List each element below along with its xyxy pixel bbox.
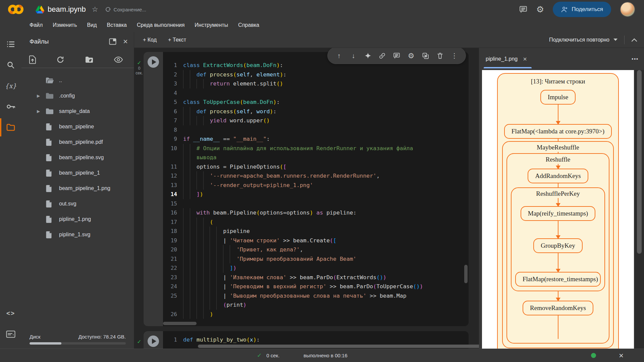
more-vert-icon[interactable]: ⋮: [447, 52, 462, 60]
code-line[interactable]: 22]): [163, 263, 469, 273]
line-number: 17: [163, 218, 183, 227]
menu-item[interactable]: Изменить: [53, 22, 77, 28]
code-line[interactable]: 19| 'Читаем строки' >> beam.Create([: [163, 236, 469, 245]
star-icon[interactable]: ☆: [92, 5, 98, 13]
gemini-sparkle-icon[interactable]: [361, 52, 375, 59]
close-tab-icon[interactable]: ×: [523, 56, 527, 62]
code-line[interactable]: 4: [163, 88, 469, 98]
chevron-right-icon[interactable]: ▶: [37, 109, 46, 114]
code-line[interactable]: 26): [163, 310, 469, 319]
left-icon-rail: {x} <>: [0, 32, 21, 349]
comment-cell-icon[interactable]: [389, 52, 404, 59]
code-line[interactable]: 12'--runner=apache_beam.runners.render.R…: [163, 171, 469, 181]
code-line[interactable]: 13'--render_output=pipline_1.png': [163, 181, 469, 190]
link-cell-icon[interactable]: [375, 52, 389, 59]
add-text-cell-button[interactable]: + Текст: [168, 37, 186, 43]
comments-icon[interactable]: [519, 5, 528, 14]
node-group-by-key: GroupByKey: [533, 238, 582, 253]
code-line[interactable]: 11options = PipelineOptions([: [163, 162, 469, 172]
cell-settings-gear-icon[interactable]: ⚙: [404, 52, 418, 60]
menu-item[interactable]: Вид: [87, 22, 97, 28]
folder-item[interactable]: ▶sample_data: [21, 104, 134, 119]
open-in-tab-icon[interactable]: [109, 38, 116, 45]
code-line[interactable]: 5class ToUpperCase(beam.DoFn):: [163, 98, 469, 107]
variables-icon[interactable]: {x}: [0, 79, 21, 93]
file-item[interactable]: beam_pipeline_1: [21, 165, 134, 181]
share-button[interactable]: Поделиться: [553, 2, 611, 17]
chevron-right-icon[interactable]: ▶: [37, 94, 46, 98]
panel-scrollbar-track[interactable]: [635, 70, 644, 349]
code-line[interactable]: (print): [163, 300, 469, 310]
code-line[interactable]: 20'Привет, как дела?',: [163, 245, 469, 254]
terminal-icon[interactable]: [0, 327, 21, 341]
cell1-editor[interactable]: 1class ExtractWords(beam.DoFn):2def proc…: [163, 52, 469, 326]
search-icon[interactable]: [0, 58, 21, 72]
code-line[interactable]: вывода: [163, 153, 469, 162]
menu-item[interactable]: Инструменты: [195, 22, 228, 28]
code-line[interactable]: 2def process(self, element):: [163, 70, 469, 79]
line-number: 10: [163, 144, 183, 153]
move-cell-up-icon[interactable]: ↑: [332, 52, 346, 60]
hidden-files-eye-icon[interactable]: [114, 56, 123, 63]
folder-item[interactable]: ..: [21, 73, 134, 88]
add-code-cell-button[interactable]: + Код: [143, 37, 157, 43]
file-item[interactable]: out.svg: [21, 196, 134, 212]
run-cell-button[interactable]: [148, 56, 159, 68]
files-toolbar: [21, 51, 134, 68]
code-line[interactable]: 17(: [163, 218, 469, 227]
settings-gear-icon[interactable]: ⚙: [536, 4, 544, 14]
reconnect-button[interactable]: Подключиться повторно: [549, 37, 618, 43]
code-line[interactable]: 18pipeline: [163, 227, 469, 236]
file-item[interactable]: beam_pipeline: [21, 119, 134, 134]
menu-item[interactable]: Файл: [30, 22, 43, 28]
close-files-panel-icon[interactable]: ×: [123, 38, 128, 46]
mirror-cell-icon[interactable]: [418, 52, 433, 59]
collapse-header-icon[interactable]: [631, 38, 637, 42]
colab-logo[interactable]: [8, 4, 23, 15]
secrets-key-icon[interactable]: [0, 100, 21, 114]
code-line[interactable]: 16with beam.Pipeline(options=options) as…: [163, 208, 469, 218]
panel-scrollbar-thumb[interactable]: [637, 70, 642, 254]
main-horizontal-scrollbar[interactable]: [198, 345, 479, 348]
folder-item[interactable]: ▶.config: [21, 88, 134, 104]
delete-cell-trash-icon[interactable]: [433, 52, 447, 59]
cell1-vertical-scrollbar[interactable]: [464, 265, 468, 283]
upload-file-icon[interactable]: [29, 55, 36, 64]
file-item[interactable]: beam_pipeline.pdf: [21, 134, 134, 150]
code-line[interactable]: 25| 'Выводим преобразованные слова на пе…: [163, 291, 469, 301]
code-line[interactable]: 3return element.split(): [163, 79, 469, 88]
code-line[interactable]: 1def multiply_by_two(x):: [163, 335, 469, 345]
code-line[interactable]: 23| 'Извлекаем слова' >> beam.ParDo(Extr…: [163, 273, 469, 282]
file-item[interactable]: beam_pipeline_1.png: [21, 181, 134, 196]
code-line[interactable]: 15: [163, 199, 469, 208]
code-cell-1[interactable]: 1class ExtractWords(beam.DoFn):2def proc…: [144, 52, 469, 326]
file-item[interactable]: pipline_1.png: [21, 212, 134, 227]
tab-pipline-png[interactable]: pipline_1.png ×: [484, 48, 532, 70]
run-cell-button[interactable]: [148, 336, 159, 347]
mount-drive-icon[interactable]: [85, 56, 94, 63]
menu-item[interactable]: Среда выполнения: [137, 22, 184, 28]
file-item[interactable]: beam_pipeline.svg: [21, 150, 134, 165]
cell1-horizontal-scrollbar[interactable]: [163, 322, 197, 325]
code-line[interactable]: 9if __name__ == "__main__":: [163, 134, 469, 144]
avatar[interactable]: [620, 2, 635, 17]
code-line[interactable]: 8: [163, 125, 469, 135]
panel-more-icon[interactable]: •••: [632, 56, 639, 62]
code-line[interactable]: 21'Примеры преобразований Apache Beam': [163, 254, 469, 264]
code-line[interactable]: 10# Опции пайплайна для использования Re…: [163, 144, 469, 153]
code-line[interactable]: 7yield word.upper(): [163, 116, 469, 125]
code-line[interactable]: 24| 'Переводим в верхний регистр' >> bea…: [163, 282, 469, 291]
notebook-title[interactable]: beam.ipynb: [48, 5, 86, 14]
menu-item[interactable]: Вставка: [107, 22, 126, 28]
table-of-contents-icon[interactable]: [0, 37, 21, 51]
refresh-icon[interactable]: [56, 56, 64, 64]
file-item[interactable]: pipline_1.svg: [21, 227, 134, 242]
files-folder-icon[interactable]: [0, 120, 21, 134]
menu-item[interactable]: Справка: [238, 22, 259, 28]
success-check-icon: ✓: [134, 60, 144, 66]
code-line[interactable]: 6def process(self, word):: [163, 107, 469, 116]
move-cell-down-icon[interactable]: ↓: [346, 52, 361, 60]
code-snippets-icon[interactable]: <>: [0, 306, 21, 320]
code-line[interactable]: 14]): [163, 190, 469, 199]
close-status-icon[interactable]: ×: [619, 352, 624, 360]
